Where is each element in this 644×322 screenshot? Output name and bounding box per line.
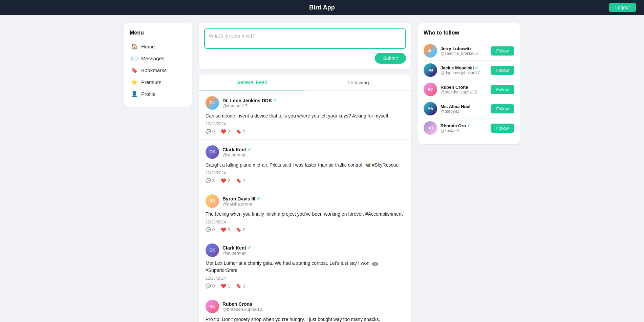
follow-button-3[interactable]: Follow	[491, 85, 514, 94]
compose-input[interactable]	[204, 28, 406, 49]
compose-card: Submit	[199, 23, 411, 69]
post-header: DL Dr. Leon Jenkins DDS✓ @damaris17	[206, 96, 405, 110]
sidebar-item-label-messages: Messages	[141, 56, 164, 61]
comment-count: 0	[212, 227, 215, 232]
sidebar-item-home[interactable]: 🏠 Home	[130, 41, 187, 52]
post-username: @damaris17	[222, 103, 277, 108]
who-follow-card: Who to follow JL Jerry Lubowitz @sammie_…	[418, 23, 520, 144]
post-item: DL Dr. Leon Jenkins DDS✓ @damaris17 Can …	[199, 91, 411, 140]
like-icon: ❤️	[221, 129, 226, 134]
follow-avatar: MA	[424, 102, 437, 115]
bookmark-icon: 🔖	[236, 129, 241, 134]
sidebar: Menu 🏠 Home ✉️ Messages 🔖 Bookmarks ⭐ Pr…	[124, 23, 192, 322]
bookmark-action[interactable]: 🔖 1	[236, 129, 245, 134]
follow-button-1[interactable]: Follow	[491, 46, 514, 56]
comment-count: 0	[212, 129, 215, 134]
logout-button[interactable]: Logout	[609, 3, 636, 12]
sidebar-item-premium[interactable]: ⭐ Premium	[130, 76, 187, 88]
post-actions: 💬 0 ❤️ 1 🔖 1	[206, 283, 405, 288]
post-content: Can someone invent a device that tells y…	[206, 112, 405, 120]
follow-button-4[interactable]: Follow	[491, 104, 514, 113]
tab-following[interactable]: Following	[305, 74, 411, 90]
like-action[interactable]: ❤️ 2	[221, 178, 230, 183]
who-to-follow-sidebar: Who to follow JL Jerry Lubowitz @sammie_…	[418, 23, 520, 322]
comment-icon: 💬	[206, 227, 211, 232]
follow-username: @braeden.kuphal10	[441, 90, 487, 94]
like-count: 0	[228, 227, 230, 232]
follow-avatar: JL	[424, 44, 437, 58]
sidebar-card: Menu 🏠 Home ✉️ Messages 🔖 Bookmarks ⭐ Pr…	[124, 23, 192, 107]
follow-username: @sammie_brekke56	[441, 51, 487, 56]
follow-avatar: JM	[424, 63, 437, 77]
post-avatar: BD	[206, 194, 219, 208]
like-icon: ❤️	[221, 227, 226, 232]
post-item: BD Byron Davis III✓ @daisha.crona The fe…	[199, 189, 411, 238]
post-user-info: Clark Kent✓ @superman	[222, 245, 251, 256]
follow-item: RO Rhonda Orn✓ @krista66 Follow	[424, 119, 514, 137]
comment-count: 0	[212, 283, 215, 288]
post-username: @braeden.kuphal10	[222, 307, 262, 312]
post-avatar: RC	[206, 300, 219, 313]
follow-item: RC Ruben Crona @braeden.kuphal10 Follow	[424, 80, 514, 99]
post-actions: 💬 0 ❤️ 0 🔖 0	[206, 227, 405, 232]
like-action[interactable]: ❤️ 0	[221, 227, 230, 232]
post-username: @daisha.crona	[222, 201, 260, 207]
comment-action[interactable]: 💬 0	[206, 283, 215, 288]
follow-button-2[interactable]: Follow	[491, 66, 514, 75]
post-header: CK Clark Kent✓ @superman	[206, 243, 405, 257]
bookmark-count: 1	[243, 129, 245, 134]
follow-item: JM Jackie Mosciski✓ @daphney.johnson77 F…	[424, 61, 514, 80]
bookmark-action[interactable]: 🔖 0	[236, 227, 245, 232]
post-date: 12/23/2024	[206, 220, 405, 224]
tab-general[interactable]: General Feed	[199, 74, 305, 90]
sidebar-menu-title: Menu	[130, 30, 187, 36]
home-icon: 🏠	[131, 43, 138, 50]
sidebar-item-bookmarks[interactable]: 🔖 Bookmarks	[130, 64, 187, 76]
like-count: 2	[228, 178, 230, 183]
verified-icon: ✓	[475, 65, 478, 70]
follow-username: @krista66	[441, 128, 487, 133]
post-avatar: DL	[206, 96, 219, 110]
comment-action[interactable]: 💬 0	[206, 129, 215, 134]
follow-item: MA Ms. Alma Huel @darby82 Follow	[424, 99, 514, 119]
post-username: @superman	[222, 152, 251, 157]
sidebar-item-profile[interactable]: 👤 Profile	[130, 88, 187, 100]
comment-action[interactable]: 💬 0	[206, 227, 215, 232]
follow-username: @darby82	[441, 109, 487, 114]
like-action[interactable]: ❤️ 1	[221, 283, 230, 288]
bookmark-action[interactable]: 🔖 1	[236, 283, 245, 288]
sidebar-item-label-home: Home	[141, 44, 155, 49]
main-layout: Menu 🏠 Home ✉️ Messages 🔖 Bookmarks ⭐ Pr…	[119, 15, 525, 322]
post-header: RC Ruben Crona @braeden.kuphal10	[206, 300, 405, 313]
profile-icon: 👤	[131, 91, 138, 97]
bookmark-count: 0	[243, 227, 245, 232]
post-content: Pro tip: Don't grocery shop when you're …	[206, 316, 405, 322]
comment-icon: 💬	[206, 129, 211, 134]
post-avatar: CK	[206, 145, 219, 159]
compose-footer: Submit	[204, 53, 406, 64]
follow-avatar: RC	[424, 83, 437, 96]
submit-button[interactable]: Submit	[375, 53, 406, 64]
follow-info: Rhonda Orn✓ @krista66	[441, 123, 487, 133]
post-header: BD Byron Davis III✓ @daisha.crona	[206, 194, 405, 208]
follow-avatar: RO	[424, 121, 437, 135]
verified-icon: ✓	[248, 245, 251, 250]
post-avatar: CK	[206, 243, 219, 257]
follow-button-5[interactable]: Follow	[491, 124, 514, 133]
follow-info: Jerry Lubowitz @sammie_brekke56	[441, 46, 487, 56]
posts-container: DL Dr. Leon Jenkins DDS✓ @damaris17 Can …	[199, 91, 411, 322]
follow-item: JL Jerry Lubowitz @sammie_brekke56 Follo…	[424, 41, 514, 61]
comment-icon: 💬	[206, 178, 211, 183]
comment-count: 3	[212, 178, 215, 183]
verified-icon: ✓	[273, 98, 277, 103]
comment-action[interactable]: 💬 3	[206, 178, 215, 183]
verified-icon: ✓	[248, 147, 251, 152]
sidebar-item-messages[interactable]: ✉️ Messages	[130, 52, 187, 64]
post-actions: 💬 0 ❤️ 2 🔖 1	[206, 129, 405, 134]
follow-list: JL Jerry Lubowitz @sammie_brekke56 Follo…	[424, 41, 514, 137]
bookmark-action[interactable]: 🔖 1	[236, 178, 245, 183]
post-content: The feeling when you finally finish a pr…	[206, 211, 405, 218]
like-action[interactable]: ❤️ 2	[221, 129, 230, 134]
app-header: Bird App Logout	[0, 0, 644, 15]
post-content: Met Lex Luthor at a charity gala. We had…	[206, 260, 405, 274]
